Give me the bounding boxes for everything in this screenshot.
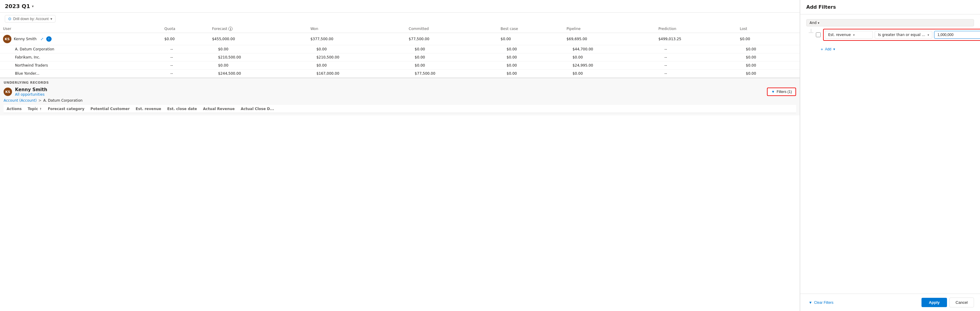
pipeline-cell: $44,700.00	[563, 45, 655, 53]
underlying-user-sub[interactable]: All opportunities	[15, 92, 47, 97]
rec-col-topic: Topic ↑	[25, 107, 45, 111]
filter-value-input[interactable]	[934, 31, 980, 39]
avatar: KS	[3, 35, 11, 43]
prediction-cell: $499,013.25	[655, 33, 737, 45]
sub-name: A. Datum Corporation	[0, 45, 161, 53]
rec-col-est-close-date: Est. close date	[164, 107, 200, 111]
quota-cell: $0.00	[161, 33, 209, 45]
lost-cell: $0.00	[737, 62, 800, 70]
best-case-cell: $0.00	[498, 62, 563, 70]
quota-cell: --	[161, 62, 209, 70]
underlying-user-name: Kenny Smith	[15, 87, 47, 92]
forecast-cell: $0.00	[209, 45, 307, 53]
best-case-cell: $0.00	[498, 33, 563, 45]
filters-button[interactable]: ▼ Filters (1)	[767, 87, 796, 96]
pipeline-cell: $0.00	[563, 53, 655, 62]
lost-cell: $0.00	[737, 45, 800, 53]
committed-cell: $77,500.00	[406, 33, 498, 45]
and-badge[interactable]: And ▾	[806, 19, 974, 26]
col-user: User	[0, 25, 161, 33]
forecast-cell: $455,000.00	[209, 33, 307, 45]
operator-chevron-icon: ▾	[928, 33, 929, 36]
lost-cell: $0.00	[737, 70, 800, 78]
filter-panel: Add Filters And ▾	[800, 0, 980, 311]
won-cell: $0.00	[307, 45, 406, 53]
filters-btn-label: Filters (1)	[776, 90, 792, 94]
table-row: Fabrikam, Inc. -- $210,500.00 $210,500.0…	[0, 53, 800, 62]
filter-operator-label: Is greater than or equal ...	[878, 33, 925, 37]
won-cell: $0.00	[307, 62, 406, 70]
add-btn-label: Add	[825, 47, 831, 51]
cancel-button[interactable]: Cancel	[950, 298, 974, 308]
forecast-cell: $244,500.00	[209, 70, 307, 78]
filter-row-container: Est. revenue ▾ Is greater than or equal …	[816, 29, 980, 41]
col-committed: Committed	[406, 25, 498, 33]
rec-col-forecast-cat: Forecast category	[45, 107, 88, 111]
drill-icon: ⊙	[8, 16, 11, 21]
breadcrumb-current: A. Datum Corporation	[43, 98, 83, 103]
clear-filters-button[interactable]: ▼ Clear Filters	[806, 299, 836, 306]
quota-cell: --	[161, 53, 209, 62]
prediction-cell: --	[655, 53, 737, 62]
filter-row: Est. revenue ▾ Is greater than or equal …	[823, 29, 980, 41]
filter-panel-title: Add Filters	[806, 4, 974, 10]
plus-icon: +	[821, 47, 823, 52]
underlying-records-section: UNDERLYING RECORDS KS Kenny Smith All op…	[0, 78, 800, 116]
filter-field-select[interactable]: Est. revenue ▾	[825, 31, 873, 39]
drill-down-label: Drill down by: Account	[13, 17, 49, 21]
col-forecast: Forecast ℹ	[209, 25, 307, 33]
rec-col-actions: Actions	[3, 107, 25, 111]
field-chevron-icon: ▾	[853, 33, 854, 36]
table-row: KS Kenny Smith ⤢ ! $0.00 $455,000.00 $37…	[0, 33, 800, 45]
pipeline-cell: $69,695.00	[563, 33, 655, 45]
forecast-info-icon[interactable]: ℹ	[228, 27, 232, 31]
rec-col-potential-customer: Potential Customer	[88, 107, 133, 111]
records-table-header: Actions Topic ↑ Forecast category Potent…	[3, 105, 796, 113]
forecast-table: User Quota Forecast ℹ Won Committed Best…	[0, 25, 800, 78]
navigate-icon[interactable]: ⤢	[39, 36, 45, 42]
col-pipeline: Pipeline	[563, 25, 655, 33]
add-filter-button[interactable]: + Add ▾	[818, 46, 837, 53]
apply-button[interactable]: Apply	[921, 298, 947, 307]
won-cell: $210,500.00	[307, 53, 406, 62]
info-badge[interactable]: !	[46, 36, 52, 42]
rec-col-est-revenue: Est. revenue	[133, 107, 164, 111]
lost-cell: $0.00	[737, 53, 800, 62]
prediction-cell: --	[655, 45, 737, 53]
table-row: Blue Yonder... -- $244,500.00 $167,000.0…	[0, 70, 800, 78]
drill-down-chevron-icon: ▾	[51, 17, 52, 21]
user-name: Kenny Smith	[14, 37, 37, 41]
filter-checkbox[interactable]	[816, 32, 821, 37]
filter-icon: ▼	[771, 90, 775, 94]
won-cell: $377,500.00	[307, 33, 406, 45]
committed-cell: $77,500.00	[406, 70, 498, 78]
col-best-case: Best case	[498, 25, 563, 33]
and-label: And	[810, 21, 816, 25]
sub-name: Fabrikam, Inc.	[0, 53, 161, 62]
col-won: Won	[307, 25, 406, 33]
best-case-cell: $0.00	[498, 53, 563, 62]
period-chevron-icon[interactable]: ▾	[32, 4, 33, 8]
pipeline-cell: $0.00	[563, 70, 655, 78]
period-title: 2023 Q1	[5, 3, 30, 9]
forecast-cell: $0.00	[209, 62, 307, 70]
underlying-avatar: KS	[3, 87, 12, 96]
quota-cell: --	[161, 70, 209, 78]
filter-funnel-icon: ▼	[809, 300, 812, 305]
drill-down-button[interactable]: ⊙ Drill down by: Account ▾	[5, 15, 56, 22]
sub-name: Blue Yonder...	[0, 70, 161, 78]
table-row: A. Datum Corporation -- $0.00 $0.00 $0.0…	[0, 45, 800, 53]
col-lost: Lost	[737, 25, 800, 33]
filter-operator-select[interactable]: Is greater than or equal ... ▾	[875, 31, 932, 39]
forecast-cell: $210,500.00	[209, 53, 307, 62]
col-quota: Quota	[161, 25, 209, 33]
breadcrumb-parent[interactable]: Account (Account)	[3, 98, 37, 103]
filter-field-label: Est. revenue	[828, 33, 851, 37]
prediction-cell: --	[655, 62, 737, 70]
quota-cell: --	[161, 45, 209, 53]
add-chevron-icon: ▾	[833, 47, 835, 51]
won-cell: $167,000.00	[307, 70, 406, 78]
committed-cell: $0.00	[406, 45, 498, 53]
and-chevron-icon: ▾	[818, 21, 819, 25]
sub-name: Northwind Traders	[0, 62, 161, 70]
